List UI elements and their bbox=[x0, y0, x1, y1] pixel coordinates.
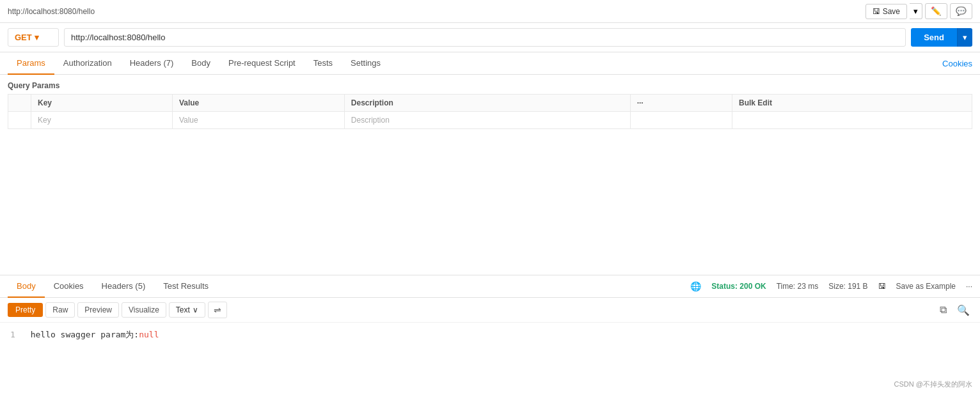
send-dropdown-button[interactable]: ▾ bbox=[957, 28, 972, 47]
text-type-select[interactable]: Text ∨ bbox=[169, 302, 205, 318]
tab-pre-request-script[interactable]: Pre-request Script bbox=[219, 52, 304, 75]
top-bar-actions: 🖫 Save ▾ ✏️ 💬 bbox=[865, 3, 972, 19]
response-line-1: hello swagger param为:null bbox=[31, 330, 159, 339]
response-area: Body Cookies Headers (5) Test Results 🌐 … bbox=[0, 275, 980, 393]
response-tab-cookies[interactable]: Cookies bbox=[45, 275, 93, 298]
watermark: CSDN @不掉头发的阿水 bbox=[894, 380, 972, 389]
line-number-1: 1 bbox=[10, 330, 15, 339]
col-key: Key bbox=[31, 95, 173, 112]
edit-icon-button[interactable]: ✏️ bbox=[925, 3, 947, 19]
request-tabs: Params Authorization Headers (7) Body Pr… bbox=[0, 52, 980, 75]
code-hello: hello swagger param为: bbox=[31, 330, 139, 339]
row-value[interactable]: Value bbox=[172, 112, 344, 129]
save-icon-small: 🖫 bbox=[878, 282, 886, 291]
raw-button[interactable]: Raw bbox=[45, 302, 75, 318]
status-badge: Status: 200 OK bbox=[711, 282, 766, 291]
wrap-button[interactable]: ⇌ bbox=[208, 302, 227, 318]
url-input[interactable] bbox=[64, 28, 906, 47]
top-bar: http://localhost:8080/hello 🖫 Save ▾ ✏️ … bbox=[0, 0, 980, 23]
params-table: Key Value Description ··· Bulk Edit Key … bbox=[8, 94, 972, 129]
tab-headers[interactable]: Headers (7) bbox=[121, 52, 183, 75]
col-check bbox=[8, 95, 31, 112]
query-params-section: Query Params Key Value Description ··· B… bbox=[0, 75, 980, 129]
row-key[interactable]: Key bbox=[31, 112, 173, 129]
col-dots: ··· bbox=[630, 95, 732, 112]
row-description[interactable]: Description bbox=[344, 112, 630, 129]
top-bar-url: http://localhost:8080/hello bbox=[8, 7, 95, 16]
code-null: null bbox=[139, 330, 159, 339]
save-button[interactable]: 🖫 Save bbox=[865, 4, 907, 19]
copy-button[interactable]: ⧉ bbox=[937, 303, 949, 318]
pretty-button[interactable]: Pretty bbox=[8, 303, 43, 317]
col-description: Description bbox=[344, 95, 630, 112]
tab-params[interactable]: Params bbox=[8, 52, 54, 75]
response-tab-headers[interactable]: Headers (5) bbox=[93, 275, 155, 298]
tab-body[interactable]: Body bbox=[182, 52, 219, 75]
comment-icon-button[interactable]: 💬 bbox=[950, 3, 972, 19]
method-select[interactable]: GET ▾ bbox=[8, 28, 59, 47]
response-body: 1 hello swagger param为:null bbox=[0, 323, 980, 347]
search-button[interactable]: 🔍 bbox=[954, 303, 972, 318]
send-button[interactable]: Send bbox=[911, 28, 957, 47]
response-tab-test-results[interactable]: Test Results bbox=[154, 275, 217, 298]
text-type-label: Text bbox=[176, 305, 190, 314]
toolbar-right-actions: ⧉ 🔍 bbox=[937, 303, 972, 318]
save-example-link[interactable]: Save as Example bbox=[896, 282, 956, 291]
visualize-button[interactable]: Visualize bbox=[122, 302, 166, 318]
save-dropdown-button[interactable]: ▾ bbox=[910, 3, 922, 19]
col-value: Value bbox=[172, 95, 344, 112]
table-row: Key Value Description bbox=[8, 112, 972, 129]
response-toolbar: Pretty Raw Preview Visualize Text ∨ ⇌ ⧉ … bbox=[0, 298, 980, 323]
method-arrow: ▾ bbox=[35, 33, 39, 42]
preview-button[interactable]: Preview bbox=[77, 302, 119, 318]
more-options-icon[interactable]: ··· bbox=[966, 282, 972, 291]
save-icon: 🖫 bbox=[873, 7, 880, 16]
col-bulk-edit[interactable]: Bulk Edit bbox=[732, 95, 972, 112]
send-btn-group: Send ▾ bbox=[911, 28, 972, 47]
query-params-title: Query Params bbox=[8, 81, 972, 90]
text-type-arrow: ∨ bbox=[193, 305, 198, 314]
cookies-link[interactable]: Cookies bbox=[942, 53, 972, 74]
response-tabs: Body Cookies Headers (5) Test Results 🌐 … bbox=[0, 275, 980, 298]
row-check bbox=[8, 112, 31, 129]
globe-icon: 🌐 bbox=[690, 281, 701, 291]
response-time: Time: 23 ms bbox=[777, 282, 819, 291]
tab-authorization[interactable]: Authorization bbox=[54, 52, 121, 75]
method-label: GET bbox=[15, 33, 32, 42]
tab-settings[interactable]: Settings bbox=[342, 52, 390, 75]
tab-tests[interactable]: Tests bbox=[304, 52, 342, 75]
response-meta: 🌐 Status: 200 OK Time: 23 ms Size: 191 B… bbox=[690, 281, 972, 291]
response-tab-body[interactable]: Body bbox=[8, 275, 45, 298]
row-dots bbox=[630, 112, 732, 129]
response-size: Size: 191 B bbox=[828, 282, 867, 291]
row-bulk bbox=[732, 112, 972, 129]
url-bar: GET ▾ Send ▾ bbox=[0, 23, 980, 52]
